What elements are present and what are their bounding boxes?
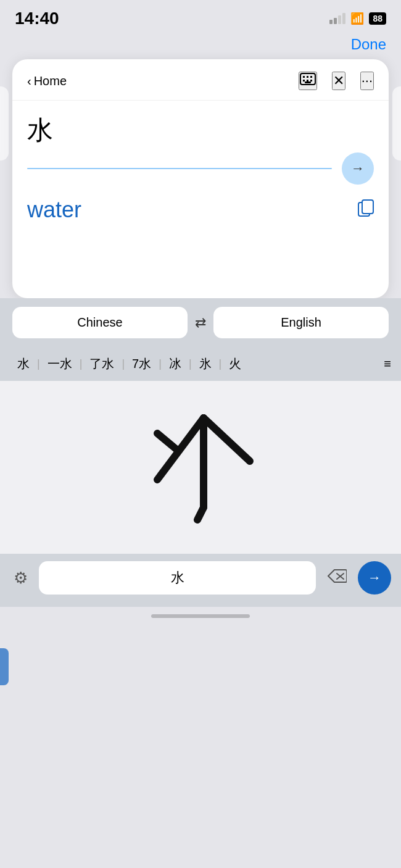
wifi-icon: 📶 <box>350 12 364 25</box>
svg-rect-9 <box>362 200 373 214</box>
keyboard-icon-button[interactable] <box>299 72 317 90</box>
signal-icon <box>329 13 345 24</box>
swap-languages-icon[interactable]: ⇄ <box>195 315 206 331</box>
source-language-button[interactable]: Chinese <box>12 307 188 338</box>
back-chevron-icon: ‹ <box>27 74 31 88</box>
suggestions-menu-icon[interactable]: ≡ <box>384 357 391 371</box>
svg-rect-4 <box>303 80 305 81</box>
suggestion-item[interactable]: 了水 <box>82 353 122 375</box>
source-underline <box>27 168 332 169</box>
source-text: 水 <box>27 113 374 148</box>
language-selector: Chinese ⇄ English <box>0 298 401 347</box>
suggestion-item[interactable]: 氷 <box>192 353 219 375</box>
settings-button[interactable]: ⚙ <box>10 565 31 591</box>
bottom-bar: ⚙ → <box>0 554 401 607</box>
done-row: Done <box>0 33 401 59</box>
signal-bar-2 <box>334 18 337 24</box>
card-header: ‹ Home ✕ ··· <box>12 59 389 101</box>
suggestion-item[interactable]: 7水 <box>125 353 159 375</box>
keyboard-area: Chinese ⇄ English 水 | 一水 | 了水 | 7水 | 冰 |… <box>0 298 401 607</box>
svg-rect-1 <box>303 76 305 78</box>
suggestion-item[interactable]: 水 <box>10 353 37 375</box>
done-button[interactable]: Done <box>351 36 386 53</box>
svg-rect-6 <box>310 80 312 81</box>
suggestion-item[interactable]: 一水 <box>40 353 80 375</box>
status-time: 14:40 <box>15 9 59 28</box>
translate-button[interactable]: → <box>342 152 374 185</box>
svg-rect-7 <box>305 81 311 83</box>
main-card: ‹ Home ✕ ··· 水 <box>12 59 389 298</box>
header-icons: ✕ ··· <box>299 72 374 90</box>
svg-rect-3 <box>310 76 312 78</box>
battery-indicator: 88 <box>369 12 386 25</box>
handwriting-svg <box>108 399 293 535</box>
result-row: water <box>27 197 374 223</box>
copy-button[interactable] <box>358 199 374 220</box>
svg-rect-2 <box>307 76 308 78</box>
svg-rect-5 <box>307 80 308 81</box>
side-peek-left-card <box>0 86 9 161</box>
source-underline-row: → <box>27 152 374 185</box>
suggestion-item[interactable]: 火 <box>221 353 249 375</box>
text-input-field[interactable] <box>39 561 316 595</box>
suggestions-row: 水 | 一水 | 了水 | 7水 | 冰 | 氷 | 火 ≡ <box>0 347 401 381</box>
back-home-button[interactable]: ‹ Home <box>27 74 67 88</box>
signal-bar-3 <box>338 15 341 24</box>
close-icon-button[interactable]: ✕ <box>332 72 345 90</box>
left-blue-edge <box>0 648 9 685</box>
delete-button[interactable] <box>323 565 350 591</box>
side-peek-right-card <box>392 86 401 161</box>
status-bar: 14:40 📶 88 <box>0 0 401 33</box>
signal-bar-1 <box>329 20 333 24</box>
signal-bar-4 <box>342 13 345 24</box>
suggestion-item[interactable]: 冰 <box>162 353 189 375</box>
translation-area: 水 → water <box>12 101 389 298</box>
home-label: Home <box>34 74 67 88</box>
more-options-button[interactable]: ··· <box>360 72 374 90</box>
home-bar <box>151 614 250 618</box>
status-icons: 📶 88 <box>329 12 386 25</box>
result-text: water <box>27 197 81 223</box>
home-indicator <box>0 607 401 629</box>
target-language-button[interactable]: English <box>213 307 389 338</box>
submit-button[interactable]: → <box>358 561 391 595</box>
handwriting-canvas[interactable] <box>0 381 401 554</box>
